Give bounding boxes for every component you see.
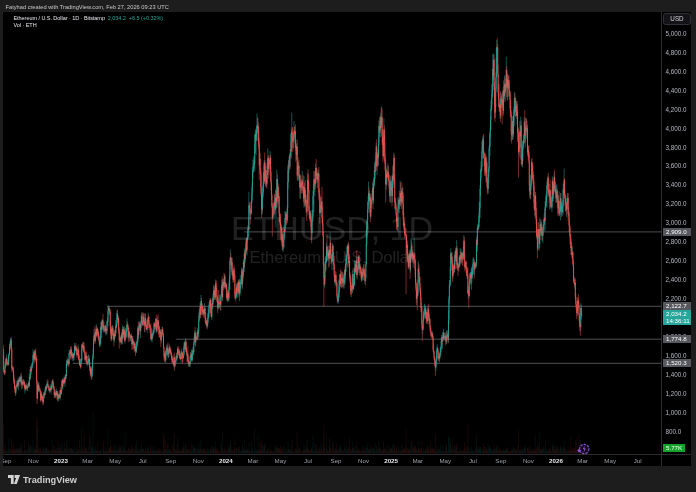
time-tick-month: Nov — [193, 455, 204, 466]
time-tick-month: Mar — [248, 455, 259, 466]
time-tick-month: Mar — [82, 455, 93, 466]
price-tick-label: 1,400.0 — [666, 371, 687, 379]
time-tick-year: 2024 — [219, 455, 233, 466]
price-tick-label: 2,400.0 — [666, 276, 687, 284]
price-tick-label: 2,600.0 — [666, 257, 687, 265]
price-tick-label: 3,000.0 — [666, 219, 687, 227]
price-tick-label: 2,800.0 — [666, 238, 687, 246]
axis-corner — [661, 454, 691, 466]
time-tick-month: May — [604, 455, 616, 466]
price-tick-label: 3,800.0 — [666, 144, 687, 152]
legend-last-price: 2,034.2 — [108, 15, 126, 21]
legend-volume-label[interactable]: Vol · ETH — [14, 22, 37, 28]
price-tick-label: 4,600.0 — [666, 68, 687, 76]
candlestick-chart[interactable] — [3, 12, 661, 454]
price-tick-label: 1,200.0 — [666, 390, 687, 398]
price-tick-label: 3,600.0 — [666, 162, 687, 170]
time-tick-year: 2026 — [549, 455, 563, 466]
time-axis[interactable]: SepNov2023MarMayJulSepNov2024MarMayJulSe… — [3, 454, 661, 466]
level-price-badge: 1,774.8 — [663, 335, 691, 343]
level-price-badge: 2,909.0 — [663, 228, 691, 236]
price-tick-label: 5,000.0 — [666, 30, 687, 38]
legend-change: +6.5 (+0.32%) — [129, 15, 163, 21]
legend: Ethereum / U.S. Dollar · 1D · Bitstamp 2… — [14, 15, 164, 28]
attribution-bar: Fatyhad created with TradingView.com, Fe… — [0, 0, 696, 12]
attribution-text: Fatyhad created with TradingView.com, Fe… — [6, 4, 169, 10]
price-tick-label: 1,000.0 — [666, 409, 687, 417]
price-tick-label: 3,200.0 — [666, 200, 687, 208]
price-tick-label: 4,800.0 — [666, 49, 687, 57]
price-axis[interactable]: USD 600.0800.01,000.01,200.01,400.01,600… — [661, 12, 691, 454]
price-tick-label: 4,400.0 — [666, 87, 687, 95]
countdown-value: 14:36:11 — [666, 318, 691, 325]
tradingview-chart-snapshot: Fatyhad created with TradingView.com, Fe… — [0, 0, 696, 492]
candle-bodies-down — [3, 47, 581, 402]
volume-bars-down — [3, 418, 581, 454]
time-tick-year: 2023 — [54, 455, 68, 466]
price-tick-label: 4,000.0 — [666, 125, 687, 133]
tv-logo-glyph-2 — [14, 475, 20, 484]
level-price-badge: 1,520.3 — [663, 359, 691, 367]
time-tick-year: 2025 — [384, 455, 398, 466]
time-tick-month: Sep — [3, 455, 11, 466]
price-tick-label: 3,400.0 — [666, 181, 687, 189]
last-price-badge: 2,034.214:36:11 — [663, 310, 691, 324]
time-tick-month: Sep — [165, 455, 176, 466]
footer-bar: TradingView — [0, 466, 696, 492]
time-tick-month: Nov — [28, 455, 39, 466]
tradingview-logo-text: TradingView — [23, 475, 77, 485]
tradingview-logo-icon — [8, 475, 20, 484]
time-tick-month: Jul — [139, 455, 147, 466]
tradingview-logo[interactable]: TradingView — [8, 475, 77, 485]
legend-volume-row: Vol · ETH — [14, 22, 164, 28]
legend-exchange[interactable]: Bitstamp — [84, 15, 105, 21]
price-tick-label: 4,200.0 — [666, 106, 687, 114]
currency-button[interactable]: USD — [663, 13, 691, 25]
price-tick-label: 800.0 — [666, 428, 682, 436]
time-tick-month: Mar — [412, 455, 423, 466]
time-tick-month: Jul — [304, 455, 312, 466]
price-pane[interactable]: ETHUSD, 1D Ethereum / U.S. Dollar Ethere… — [3, 12, 661, 454]
time-tick-month: Jul — [634, 455, 642, 466]
time-tick-month: Nov — [358, 455, 369, 466]
time-tick-month: Nov — [523, 455, 534, 466]
time-tick-month: Sep — [495, 455, 506, 466]
time-tick-month: May — [275, 455, 287, 466]
time-tick-month: Jul — [469, 455, 477, 466]
candle-bodies-up — [5, 47, 582, 402]
tv-logo-glyph-1 — [8, 475, 14, 484]
time-tick-month: Sep — [331, 455, 342, 466]
volume-badge: 5.77K — [663, 444, 685, 452]
time-tick-month: May — [439, 455, 451, 466]
ethereum-logo-icon[interactable] — [576, 441, 592, 457]
legend-symbol-title[interactable]: Ethereum / U.S. Dollar — [14, 15, 68, 21]
time-tick-month: May — [109, 455, 121, 466]
